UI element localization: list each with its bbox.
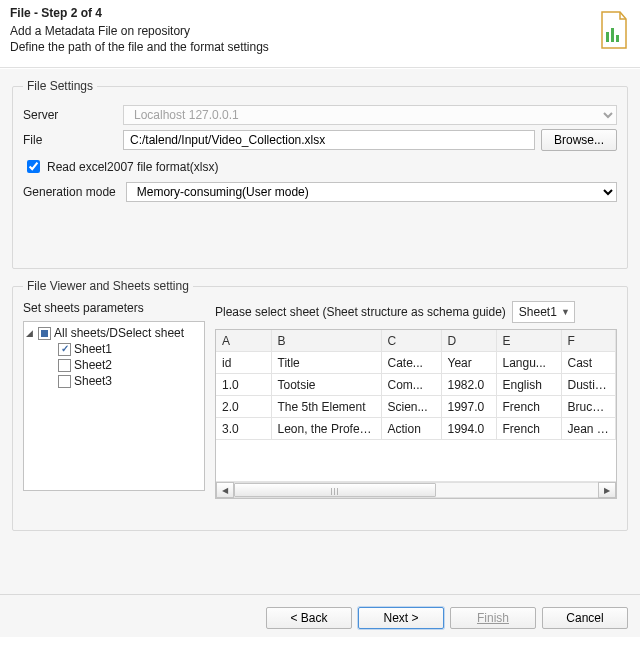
table-row[interactable]: 1.0 Tootsie Com... 1982.0 English Dustin…: [216, 374, 616, 396]
sheet2-label: Sheet2: [74, 358, 112, 372]
chevron-down-icon: ▼: [561, 307, 570, 317]
set-sheets-label: Set sheets parameters: [23, 301, 205, 315]
tree-item-sheet1[interactable]: Sheet1: [26, 341, 202, 357]
file-settings-legend: File Settings: [23, 79, 97, 93]
wizard-subtitle-2: Define the path of the file and the form…: [10, 40, 630, 56]
scroll-thumb[interactable]: |||: [234, 483, 436, 497]
wizard-header: File - Step 2 of 4 Add a Metadata File o…: [0, 0, 640, 68]
table-row[interactable]: 3.0 Leon, the Profes... Action 1994.0 Fr…: [216, 418, 616, 440]
tree-root-checkbox[interactable]: [38, 327, 51, 340]
col-D[interactable]: D: [441, 330, 496, 352]
server-select: Localhost 127.0.0.1: [123, 105, 617, 125]
wizard-body: File Settings Server Localhost 127.0.0.1…: [0, 68, 640, 594]
browse-button[interactable]: Browse...: [541, 129, 617, 151]
server-label: Server: [23, 108, 117, 122]
scroll-track[interactable]: |||: [234, 482, 598, 498]
table-row[interactable]: id Title Cate... Year Langu... Cast: [216, 352, 616, 374]
sheet3-checkbox[interactable]: [58, 375, 71, 388]
table-row[interactable]: 2.0 The 5th Element Scien... 1997.0 Fren…: [216, 396, 616, 418]
scroll-right-arrow[interactable]: ▶: [598, 482, 616, 498]
next-button[interactable]: Next >: [358, 607, 444, 629]
col-B[interactable]: B: [271, 330, 381, 352]
file-viewer-legend: File Viewer and Sheets setting: [23, 279, 193, 293]
read-xlsx-label: Read excel2007 file format(xlsx): [47, 160, 218, 174]
col-A[interactable]: A: [216, 330, 271, 352]
sheet-select[interactable]: Sheet1 ▼: [512, 301, 575, 323]
sheet1-label: Sheet1: [74, 342, 112, 356]
wizard-subtitle-1: Add a Metadata File on repository: [10, 24, 630, 40]
wizard-title: File - Step 2 of 4: [10, 6, 630, 20]
col-C[interactable]: C: [381, 330, 441, 352]
sheet1-checkbox[interactable]: [58, 343, 71, 356]
tree-root-label: All sheets/DSelect sheet: [54, 326, 184, 340]
col-E[interactable]: E: [496, 330, 561, 352]
svg-rect-1: [611, 28, 614, 42]
generation-mode-label: Generation mode: [23, 185, 116, 199]
svg-rect-0: [606, 32, 609, 42]
file-settings-group: File Settings Server Localhost 127.0.0.1…: [12, 79, 628, 269]
tree-item-sheet2[interactable]: Sheet2: [26, 357, 202, 373]
excel-file-icon: [598, 10, 630, 50]
col-F[interactable]: F: [561, 330, 616, 352]
sheet2-checkbox[interactable]: [58, 359, 71, 372]
preview-grid: A B C D E F id Title: [215, 329, 617, 499]
tree-root[interactable]: ◢ All sheets/DSelect sheet: [26, 325, 202, 341]
finish-button: Finish: [450, 607, 536, 629]
select-sheet-label: Please select sheet (Sheet structure as …: [215, 305, 506, 319]
scroll-left-arrow[interactable]: ◀: [216, 482, 234, 498]
tree-expand-icon[interactable]: ◢: [26, 328, 35, 338]
file-path-input[interactable]: [123, 130, 535, 150]
read-xlsx-checkbox[interactable]: [27, 160, 40, 173]
back-button[interactable]: < Back: [266, 607, 352, 629]
tree-item-sheet3[interactable]: Sheet3: [26, 373, 202, 389]
generation-mode-select[interactable]: Memory-consuming(User mode): [126, 182, 617, 202]
file-label: File: [23, 133, 117, 147]
sheet3-label: Sheet3: [74, 374, 112, 388]
horizontal-scrollbar[interactable]: ◀ ||| ▶: [216, 481, 616, 498]
grid-header-row: A B C D E F: [216, 330, 616, 352]
sheet-select-value: Sheet1: [519, 305, 557, 319]
sheets-tree[interactable]: ◢ All sheets/DSelect sheet Sheet1 Sheet2: [23, 321, 205, 491]
wizard-footer: < Back Next > Finish Cancel: [0, 594, 640, 637]
svg-rect-2: [616, 35, 619, 42]
cancel-button[interactable]: Cancel: [542, 607, 628, 629]
file-viewer-group: File Viewer and Sheets setting Set sheet…: [12, 279, 628, 531]
